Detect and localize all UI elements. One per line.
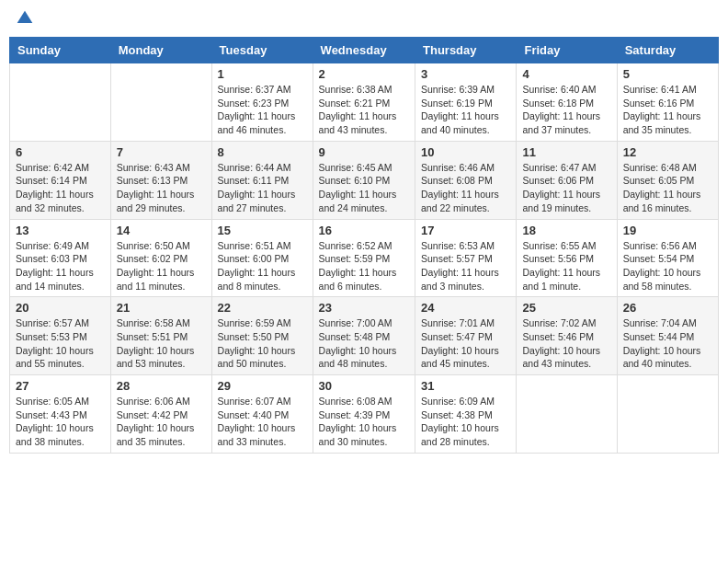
cell-content: Sunrise: 6:41 AM Sunset: 6:16 PM Dayligh… <box>623 83 712 137</box>
calendar-cell: 17Sunrise: 6:53 AM Sunset: 5:57 PM Dayli… <box>415 219 517 297</box>
calendar-cell: 24Sunrise: 7:01 AM Sunset: 5:47 PM Dayli… <box>415 297 517 375</box>
calendar-table: SundayMondayTuesdayWednesdayThursdayFrid… <box>9 37 719 454</box>
day-number: 24 <box>421 301 510 315</box>
day-number: 1 <box>218 67 307 81</box>
calendar-cell: 7Sunrise: 6:43 AM Sunset: 6:13 PM Daylig… <box>110 141 211 219</box>
cell-content: Sunrise: 7:02 AM Sunset: 5:46 PM Dayligh… <box>522 316 610 371</box>
day-number: 21 <box>117 301 206 315</box>
calendar-week-row: 27Sunrise: 6:05 AM Sunset: 4:43 PM Dayli… <box>10 375 719 454</box>
calendar-cell <box>10 63 111 142</box>
calendar-cell: 14Sunrise: 6:50 AM Sunset: 6:02 PM Dayli… <box>110 219 211 297</box>
cell-content: Sunrise: 6:37 AM Sunset: 6:23 PM Dayligh… <box>218 83 307 137</box>
calendar-cell <box>517 375 617 454</box>
cell-content: Sunrise: 6:45 AM Sunset: 6:10 PM Dayligh… <box>319 161 409 215</box>
cell-content: Sunrise: 7:00 AM Sunset: 5:48 PM Dayligh… <box>319 316 409 371</box>
day-number: 9 <box>319 145 409 159</box>
cell-content: Sunrise: 6:53 AM Sunset: 5:57 PM Dayligh… <box>421 239 510 293</box>
day-number: 20 <box>16 301 105 315</box>
cell-content: Sunrise: 6:57 AM Sunset: 5:53 PM Dayligh… <box>16 316 105 371</box>
calendar-cell: 4Sunrise: 6:40 AM Sunset: 6:18 PM Daylig… <box>517 63 617 142</box>
calendar-cell <box>617 375 718 454</box>
calendar-cell: 3Sunrise: 6:39 AM Sunset: 6:19 PM Daylig… <box>415 63 517 142</box>
calendar-cell: 15Sunrise: 6:51 AM Sunset: 6:00 PM Dayli… <box>211 219 313 297</box>
calendar-cell: 25Sunrise: 7:02 AM Sunset: 5:46 PM Dayli… <box>517 297 617 375</box>
day-of-week-header: Tuesday <box>211 38 313 63</box>
calendar-cell: 29Sunrise: 6:07 AM Sunset: 4:40 PM Dayli… <box>211 375 313 454</box>
cell-content: Sunrise: 6:51 AM Sunset: 6:00 PM Dayligh… <box>218 239 307 293</box>
day-of-week-header: Monday <box>110 38 211 63</box>
calendar-cell: 8Sunrise: 6:44 AM Sunset: 6:11 PM Daylig… <box>211 141 313 219</box>
cell-content: Sunrise: 6:07 AM Sunset: 4:40 PM Dayligh… <box>218 395 307 449</box>
day-number: 4 <box>522 67 610 81</box>
calendar-cell: 20Sunrise: 6:57 AM Sunset: 5:53 PM Dayli… <box>10 297 111 375</box>
cell-content: Sunrise: 6:55 AM Sunset: 5:56 PM Dayligh… <box>522 239 610 293</box>
day-number: 11 <box>522 145 610 159</box>
day-of-week-header: Sunday <box>10 38 111 63</box>
logo <box>14 9 34 28</box>
calendar-cell: 10Sunrise: 6:46 AM Sunset: 6:08 PM Dayli… <box>415 141 517 219</box>
day-number: 29 <box>218 379 307 393</box>
calendar-cell: 13Sunrise: 6:49 AM Sunset: 6:03 PM Dayli… <box>10 219 111 297</box>
calendar-cell: 26Sunrise: 7:04 AM Sunset: 5:44 PM Dayli… <box>617 297 718 375</box>
day-number: 12 <box>623 145 712 159</box>
logo-icon <box>16 9 34 28</box>
day-number: 15 <box>218 224 307 237</box>
cell-content: Sunrise: 6:44 AM Sunset: 6:11 PM Dayligh… <box>218 161 307 215</box>
day-number: 19 <box>623 224 712 237</box>
calendar-cell: 11Sunrise: 6:47 AM Sunset: 6:06 PM Dayli… <box>517 141 617 219</box>
calendar-cell: 30Sunrise: 6:08 AM Sunset: 4:39 PM Dayli… <box>313 375 415 454</box>
calendar-cell: 9Sunrise: 6:45 AM Sunset: 6:10 PM Daylig… <box>313 141 415 219</box>
day-number: 26 <box>623 301 712 315</box>
cell-content: Sunrise: 6:39 AM Sunset: 6:19 PM Dayligh… <box>421 83 510 137</box>
calendar-cell: 23Sunrise: 7:00 AM Sunset: 5:48 PM Dayli… <box>313 297 415 375</box>
cell-content: Sunrise: 6:59 AM Sunset: 5:50 PM Dayligh… <box>218 316 307 371</box>
day-number: 2 <box>319 67 409 81</box>
cell-content: Sunrise: 6:06 AM Sunset: 4:42 PM Dayligh… <box>117 395 206 449</box>
day-of-week-header: Friday <box>517 38 617 63</box>
day-number: 10 <box>421 145 510 159</box>
day-number: 25 <box>522 301 610 315</box>
day-number: 3 <box>421 67 510 81</box>
cell-content: Sunrise: 6:56 AM Sunset: 5:54 PM Dayligh… <box>623 239 712 293</box>
cell-content: Sunrise: 7:01 AM Sunset: 5:47 PM Dayligh… <box>421 316 510 371</box>
cell-content: Sunrise: 6:52 AM Sunset: 5:59 PM Dayligh… <box>319 239 409 293</box>
day-of-week-header: Wednesday <box>313 38 415 63</box>
cell-content: Sunrise: 6:49 AM Sunset: 6:03 PM Dayligh… <box>16 239 105 293</box>
calendar-cell: 16Sunrise: 6:52 AM Sunset: 5:59 PM Dayli… <box>313 219 415 297</box>
calendar-cell: 6Sunrise: 6:42 AM Sunset: 6:14 PM Daylig… <box>10 141 111 219</box>
cell-content: Sunrise: 6:50 AM Sunset: 6:02 PM Dayligh… <box>117 239 206 293</box>
day-number: 8 <box>218 145 307 159</box>
calendar-cell: 5Sunrise: 6:41 AM Sunset: 6:16 PM Daylig… <box>617 63 718 142</box>
day-number: 18 <box>522 224 610 237</box>
cell-content: Sunrise: 6:58 AM Sunset: 5:51 PM Dayligh… <box>117 316 206 371</box>
page-header <box>9 9 719 28</box>
calendar-cell: 31Sunrise: 6:09 AM Sunset: 4:38 PM Dayli… <box>415 375 517 454</box>
calendar-week-row: 6Sunrise: 6:42 AM Sunset: 6:14 PM Daylig… <box>10 141 719 219</box>
calendar-week-row: 1Sunrise: 6:37 AM Sunset: 6:23 PM Daylig… <box>10 63 719 142</box>
calendar-cell: 27Sunrise: 6:05 AM Sunset: 4:43 PM Dayli… <box>10 375 111 454</box>
calendar-cell <box>110 63 211 142</box>
calendar-cell: 18Sunrise: 6:55 AM Sunset: 5:56 PM Dayli… <box>517 219 617 297</box>
day-number: 17 <box>421 224 510 237</box>
day-number: 6 <box>16 145 105 159</box>
calendar-cell: 2Sunrise: 6:38 AM Sunset: 6:21 PM Daylig… <box>313 63 415 142</box>
svg-marker-0 <box>17 11 33 23</box>
cell-content: Sunrise: 6:47 AM Sunset: 6:06 PM Dayligh… <box>522 161 610 215</box>
calendar-week-row: 13Sunrise: 6:49 AM Sunset: 6:03 PM Dayli… <box>10 219 719 297</box>
cell-content: Sunrise: 6:48 AM Sunset: 6:05 PM Dayligh… <box>623 161 712 215</box>
calendar-cell: 22Sunrise: 6:59 AM Sunset: 5:50 PM Dayli… <box>211 297 313 375</box>
calendar-header-row: SundayMondayTuesdayWednesdayThursdayFrid… <box>10 38 719 63</box>
cell-content: Sunrise: 6:08 AM Sunset: 4:39 PM Dayligh… <box>319 395 409 449</box>
day-number: 16 <box>319 224 409 237</box>
cell-content: Sunrise: 6:42 AM Sunset: 6:14 PM Dayligh… <box>16 161 105 215</box>
day-number: 23 <box>319 301 409 315</box>
day-number: 5 <box>623 67 712 81</box>
calendar-cell: 28Sunrise: 6:06 AM Sunset: 4:42 PM Dayli… <box>110 375 211 454</box>
day-of-week-header: Thursday <box>415 38 517 63</box>
cell-content: Sunrise: 6:09 AM Sunset: 4:38 PM Dayligh… <box>421 395 510 449</box>
day-number: 22 <box>218 301 307 315</box>
cell-content: Sunrise: 6:46 AM Sunset: 6:08 PM Dayligh… <box>421 161 510 215</box>
cell-content: Sunrise: 6:40 AM Sunset: 6:18 PM Dayligh… <box>522 83 610 137</box>
cell-content: Sunrise: 6:38 AM Sunset: 6:21 PM Dayligh… <box>319 83 409 137</box>
cell-content: Sunrise: 7:04 AM Sunset: 5:44 PM Dayligh… <box>623 316 712 371</box>
